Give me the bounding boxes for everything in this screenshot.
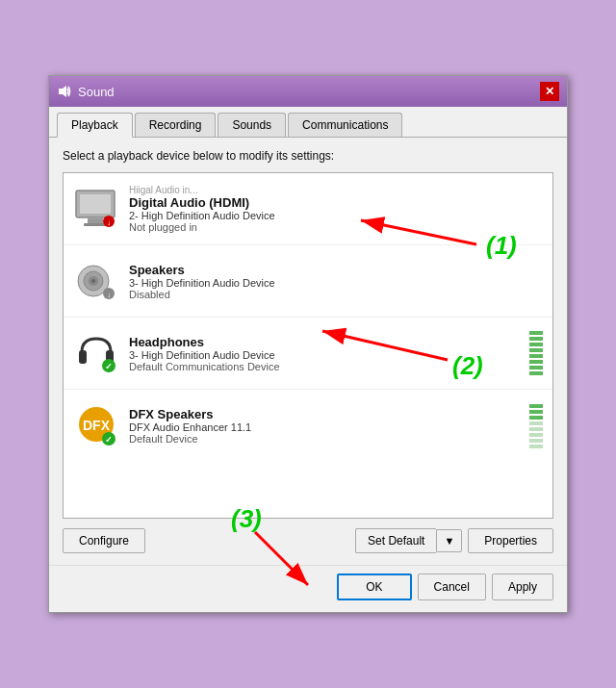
hdmi-device-icon: ↓ [74, 187, 118, 231]
svg-text:✓: ✓ [105, 435, 113, 445]
device-list-container: ↓ Hiigal Audio in... Digital Audio (HDMI… [63, 172, 553, 519]
headphones-device-info: Headphones 3- High Definition Audio Devi… [129, 335, 520, 372]
hdmi-header-text: Hiigal Audio in... [129, 185, 543, 195]
close-button[interactable]: ✕ [540, 82, 559, 101]
svg-text:DFX: DFX [83, 418, 111, 433]
hdmi-device-info: Hiigal Audio in... Digital Audio (HDMI) … [129, 185, 543, 233]
bar-2 [529, 337, 543, 341]
window-title: Sound [78, 85, 115, 99]
dfx-bar-2 [529, 410, 543, 414]
dfx-device-icon: DFX ✓ [74, 404, 118, 448]
dfx-icon-container: DFX ✓ [73, 403, 119, 449]
svg-rect-3 [88, 218, 103, 223]
set-default-dropdown[interactable]: ▼ [436, 529, 462, 552]
device-list: ↓ Hiigal Audio in... Digital Audio (HDMI… [63, 172, 553, 519]
device-item-hdmi[interactable]: ↓ Hiigal Audio in... Digital Audio (HDMI… [64, 173, 552, 245]
svg-rect-13 [79, 350, 87, 364]
dfx-bar-6 [529, 433, 543, 437]
svg-rect-4 [84, 223, 107, 226]
dfx-bar-7 [529, 439, 543, 443]
title-bar: Sound ✕ [49, 76, 567, 107]
svg-text:✓: ✓ [105, 362, 113, 371]
apply-button[interactable]: Apply [492, 573, 553, 600]
bar-8 [529, 371, 543, 375]
ok-button[interactable]: OK [337, 573, 411, 600]
headphones-level-bars [529, 331, 543, 375]
dfx-device-info: DFX Speakers DFX Audio Enhancer 11.1 Def… [129, 407, 520, 445]
hdmi-icon-container: ↓ [73, 186, 119, 232]
dfx-device-sub: DFX Audio Enhancer 11.1 [129, 421, 520, 433]
dfx-device-name: DFX Speakers [129, 407, 520, 421]
dfx-bar-8 [529, 445, 543, 448]
title-bar-left: Sound [57, 84, 115, 99]
ok-cancel-row: (3) OK Cancel Apply [49, 565, 567, 612]
svg-rect-2 [80, 194, 111, 214]
headphones-icon-container: ✓ [73, 330, 119, 376]
bar-1 [529, 331, 543, 335]
bar-7 [529, 366, 543, 369]
device-item-headphones[interactable]: ✓ Headphones 3- High Definition Audio De… [64, 318, 552, 390]
instruction-text: Select a playback device below to modify… [63, 149, 553, 163]
speaker-icon [57, 84, 72, 99]
speaker-device-name: Speakers [129, 263, 543, 277]
content-area: Select a playback device below to modify… [49, 138, 567, 565]
dfx-level-bars [529, 404, 543, 448]
hdmi-device-sub: 2- High Definition Audio Device [129, 210, 543, 221]
dfx-bar-1 [529, 404, 543, 408]
speaker-device-status: Disabled [129, 289, 543, 300]
bar-5 [529, 354, 543, 358]
configure-button[interactable]: Configure [63, 528, 145, 553]
tabs-container: Playback Recording Sounds Communications [49, 107, 567, 138]
set-default-button[interactable]: Set Default [355, 528, 436, 553]
bar-3 [529, 343, 543, 346]
device-item-dfx[interactable]: DFX ✓ DFX Speakers DFX Audio Enhancer 11… [64, 390, 552, 462]
dfx-device-status: Default Device [129, 433, 520, 445]
bottom-buttons-row: Configure Set Default ▼ Properties [63, 528, 553, 553]
headphones-device-name: Headphones [129, 335, 520, 349]
properties-button[interactable]: Properties [468, 528, 553, 553]
set-default-group: Set Default ▼ [355, 528, 462, 553]
svg-point-10 [91, 279, 95, 283]
dfx-bar-3 [529, 416, 543, 420]
bar-4 [529, 348, 543, 352]
speaker-device-sub: 3- High Definition Audio Device [129, 277, 543, 289]
device-item-speakers[interactable]: ↓ Speakers 3- High Definition Audio Devi… [64, 245, 552, 318]
tab-communications[interactable]: Communications [288, 113, 402, 137]
svg-text:↓: ↓ [107, 291, 111, 299]
dfx-bar-4 [529, 421, 543, 425]
speaker-icon-container: ↓ [73, 258, 119, 304]
headphones-device-icon: ✓ [74, 331, 118, 375]
hdmi-device-status: Not plugged in [129, 221, 543, 233]
speaker-device-info: Speakers 3- High Definition Audio Device… [129, 263, 543, 300]
tab-recording[interactable]: Recording [135, 113, 217, 137]
tab-playback[interactable]: Playback [57, 113, 133, 138]
speaker-device-icon: ↓ [74, 259, 118, 303]
hdmi-device-name: Digital Audio (HDMI) [129, 195, 543, 210]
headphones-device-sub: 3- High Definition Audio Device [129, 349, 520, 361]
svg-marker-0 [59, 86, 66, 97]
bar-6 [529, 360, 543, 364]
tab-sounds[interactable]: Sounds [218, 113, 286, 137]
headphones-device-status: Default Communications Device [129, 361, 520, 372]
cancel-button[interactable]: Cancel [418, 573, 486, 600]
sound-dialog: Sound ✕ Playback Recording Sounds Commun… [48, 75, 568, 613]
svg-text:↓: ↓ [107, 218, 111, 227]
dfx-bar-5 [529, 427, 543, 431]
